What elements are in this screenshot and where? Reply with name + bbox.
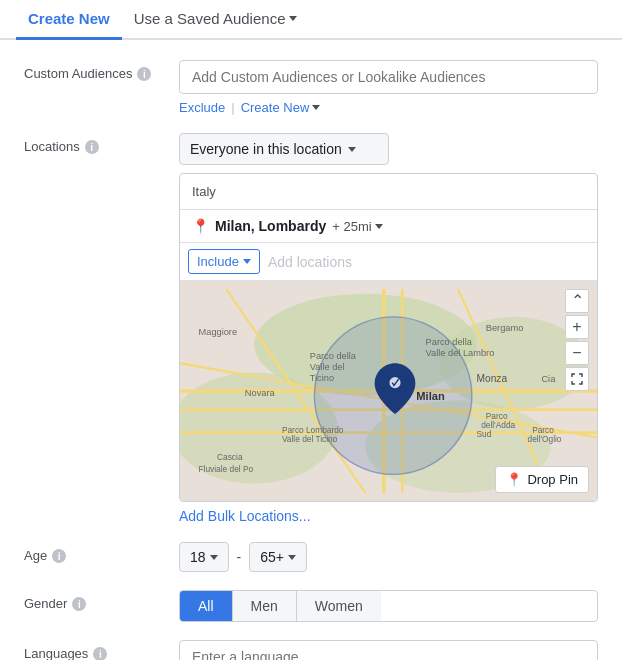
custom-audiences-content: Exclude | Create New [179,60,598,115]
map-zoom-in-button[interactable]: + [565,315,589,339]
form-body: Custom Audiences i Exclude | Create New … [0,40,622,660]
custom-audiences-row: Custom Audiences i Exclude | Create New [24,60,598,115]
location-country: Italy [180,174,597,210]
tab-create-new-label: Create New [28,10,110,27]
svg-text:Sud: Sud [477,429,492,439]
location-box: Italy 📍 Milan, Lombardy + 25mi Include [179,173,598,502]
age-row: Age i 18 - 65+ [24,542,598,572]
svg-text:Monza: Monza [477,373,508,384]
gender-row: Gender i All Men Women [24,590,598,622]
include-row: Include [180,243,597,281]
location-type-label: Everyone in this location [190,141,342,157]
age-min-dropdown[interactable]: 18 [179,542,229,572]
map-fullscreen-button[interactable] [565,367,589,391]
gender-buttons: All Men Women [179,590,598,622]
sub-links: Exclude | Create New [179,100,598,115]
include-dropdown[interactable]: Include [188,249,260,274]
map-controls: ⌃ + − [565,289,589,391]
drop-pin-label: Drop Pin [527,472,578,487]
locations-info-icon[interactable]: i [85,140,99,154]
svg-text:Valle del: Valle del [310,362,345,372]
age-content: 18 - 65+ [179,542,598,572]
chevron-down-icon [312,105,320,110]
location-type-dropdown[interactable]: Everyone in this location [179,133,389,165]
exclude-link[interactable]: Exclude [179,100,225,115]
city-name: Milan, Lombardy [215,218,326,234]
svg-text:Parco della: Parco della [310,351,357,361]
tabs-container: Create New Use a Saved Audience [0,0,622,40]
divider: | [231,100,234,115]
chevron-down-icon [348,147,356,152]
locations-label: Locations i [24,133,179,154]
age-max-value: 65+ [260,549,284,565]
age-info-icon[interactable]: i [52,549,66,563]
svg-text:Valle del Lambro: Valle del Lambro [426,348,495,358]
svg-text:Fluviale del Po: Fluviale del Po [199,464,254,474]
languages-row: Languages i [24,640,598,660]
svg-text:Milan: Milan [416,390,445,402]
languages-label: Languages i [24,640,179,660]
radius-badge[interactable]: + 25mi [332,219,382,234]
age-label: Age i [24,542,179,563]
map-container: Parco della Valle del Ticino Parco della… [180,281,597,501]
gender-content: All Men Women [179,590,598,622]
age-dash: - [237,549,242,565]
locations-content: Everyone in this location Italy 📍 Milan,… [179,133,598,524]
languages-input[interactable] [179,640,598,660]
svg-text:Parco della: Parco della [426,337,473,347]
gender-label: Gender i [24,590,179,611]
languages-info-icon[interactable]: i [93,647,107,660]
drop-pin-button[interactable]: 📍 Drop Pin [495,466,589,493]
languages-content [179,640,598,660]
add-bulk-locations-link[interactable]: Add Bulk Locations... [179,508,598,524]
age-min-value: 18 [190,549,206,565]
gender-men-button[interactable]: Men [233,591,297,621]
gender-all-button[interactable]: All [180,591,233,621]
custom-audiences-label: Custom Audiences i [24,60,179,81]
chevron-down-icon [243,259,251,264]
locations-row: Locations i Everyone in this location It… [24,133,598,524]
map-zoom-out-button[interactable]: − [565,341,589,365]
gender-women-button[interactable]: Women [297,591,381,621]
custom-audiences-info-icon[interactable]: i [137,67,151,81]
gender-info-icon[interactable]: i [72,597,86,611]
location-pin-icon: 📍 [192,218,209,234]
create-new-link[interactable]: Create New [241,100,321,115]
map-scroll-up-button[interactable]: ⌃ [565,289,589,313]
include-label: Include [197,254,239,269]
svg-text:Maggiore: Maggiore [199,327,238,337]
svg-text:Cia: Cia [541,374,556,384]
location-city-entry: 📍 Milan, Lombardy + 25mi [180,210,597,243]
tab-use-saved-label: Use a Saved Audience [134,10,286,27]
svg-point-36 [389,377,400,388]
age-selectors: 18 - 65+ [179,542,598,572]
svg-text:Novara: Novara [245,388,276,398]
drop-pin-icon: 📍 [506,472,522,487]
tab-create-new[interactable]: Create New [16,0,122,40]
svg-text:dell'Oglio: dell'Oglio [528,434,562,444]
chevron-down-icon [375,224,383,229]
svg-text:Bergamo: Bergamo [486,323,524,333]
age-max-dropdown[interactable]: 65+ [249,542,307,572]
svg-text:Valle del Ticino: Valle del Ticino [282,434,338,444]
tab-use-saved[interactable]: Use a Saved Audience [122,0,310,40]
chevron-down-icon [210,555,218,560]
chevron-down-icon [289,16,297,21]
chevron-down-icon [288,555,296,560]
svg-text:Ticino: Ticino [310,373,334,383]
svg-text:Cascia: Cascia [217,453,243,463]
add-locations-input[interactable] [260,250,589,274]
custom-audiences-input[interactable] [179,60,598,94]
